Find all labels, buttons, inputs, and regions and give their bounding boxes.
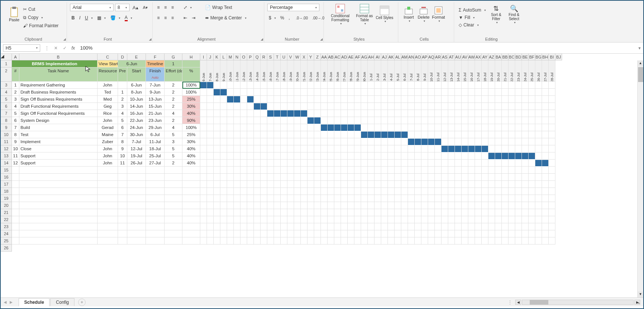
cell[interactable] — [12, 223, 19, 230]
cell[interactable] — [214, 209, 220, 216]
cell[interactable] — [267, 209, 274, 216]
cell[interactable]: 24-Jun — [321, 60, 328, 82]
cell[interactable] — [207, 223, 214, 230]
cell[interactable] — [348, 96, 354, 103]
cell[interactable] — [146, 223, 165, 230]
cell[interactable] — [482, 89, 488, 96]
cell[interactable]: 15-Jul — [462, 60, 468, 82]
cell[interactable] — [475, 202, 482, 209]
cell[interactable] — [98, 209, 118, 216]
cell[interactable] — [348, 89, 354, 96]
cell[interactable] — [247, 82, 254, 89]
cell[interactable] — [549, 89, 555, 96]
cell[interactable] — [328, 145, 334, 152]
cell[interactable] — [227, 209, 234, 216]
cell[interactable] — [301, 230, 307, 237]
cell[interactable] — [214, 124, 220, 131]
cell[interactable] — [341, 195, 348, 202]
cell[interactable] — [254, 209, 261, 216]
cell[interactable] — [415, 103, 421, 110]
cell[interactable] — [482, 110, 488, 117]
cell[interactable] — [220, 174, 227, 181]
cell[interactable]: 22-Jun — [127, 117, 146, 124]
cell[interactable] — [421, 195, 428, 202]
cell[interactable] — [542, 131, 549, 138]
cell[interactable] — [328, 237, 334, 245]
cell[interactable] — [522, 181, 529, 188]
fx-icon[interactable]: fx — [69, 45, 77, 51]
cell[interactable] — [182, 188, 200, 195]
cell[interactable] — [441, 82, 448, 89]
cell[interactable] — [401, 223, 408, 230]
cell[interactable] — [395, 152, 401, 160]
cell[interactable] — [475, 82, 482, 89]
cell[interactable] — [254, 131, 261, 138]
cell[interactable]: 4 — [12, 103, 19, 110]
cell[interactable] — [294, 160, 301, 167]
cell[interactable] — [462, 96, 468, 103]
find-select-button[interactable]: 🔍 Find & Select▾ — [505, 2, 523, 26]
cell[interactable] — [328, 110, 334, 117]
cell[interactable] — [455, 209, 462, 216]
cell[interactable] — [287, 131, 294, 138]
cell[interactable] — [281, 216, 287, 223]
cell[interactable] — [495, 195, 502, 202]
cell[interactable] — [502, 110, 508, 117]
cell[interactable] — [261, 145, 267, 152]
row-header[interactable]: 15 — [1, 167, 12, 174]
cell[interactable] — [307, 167, 314, 174]
cell[interactable] — [274, 188, 281, 195]
cell[interactable] — [435, 237, 441, 245]
cell[interactable] — [529, 216, 535, 223]
cell[interactable] — [435, 195, 441, 202]
cell[interactable] — [401, 174, 408, 181]
cell[interactable] — [227, 223, 234, 230]
hscroll-thumb[interactable] — [530, 300, 548, 305]
cell[interactable] — [475, 223, 482, 230]
cell[interactable]: 19-Jun — [287, 60, 294, 82]
cell[interactable] — [381, 117, 388, 124]
cell[interactable] — [381, 152, 388, 160]
cell[interactable] — [354, 96, 361, 103]
column-header[interactable]: AB — [328, 54, 334, 60]
cell[interactable] — [395, 117, 401, 124]
cell[interactable] — [214, 145, 220, 152]
cell[interactable] — [254, 82, 261, 89]
cell[interactable] — [415, 237, 421, 245]
cell[interactable] — [207, 167, 214, 174]
cell[interactable] — [247, 223, 254, 230]
cell[interactable] — [361, 230, 368, 237]
cell[interactable] — [240, 195, 247, 202]
cell[interactable] — [502, 216, 508, 223]
cell[interactable]: 22-Jun — [307, 60, 314, 82]
cell[interactable] — [448, 103, 455, 110]
cell[interactable]: 11 — [118, 160, 127, 167]
cell[interactable] — [542, 124, 549, 131]
cell[interactable] — [348, 237, 354, 245]
cell[interactable] — [529, 174, 535, 181]
cell[interactable] — [214, 160, 220, 167]
cell[interactable] — [374, 89, 381, 96]
cell[interactable] — [435, 145, 441, 152]
cell[interactable]: 8 — [118, 138, 127, 145]
cell[interactable] — [495, 167, 502, 174]
cell[interactable] — [214, 138, 220, 145]
cell[interactable] — [549, 167, 555, 174]
cell[interactable] — [529, 96, 535, 103]
currency-button[interactable]: $▾ — [267, 15, 277, 21]
cell[interactable] — [321, 174, 328, 181]
column-header[interactable]: BJ — [555, 54, 562, 60]
cell[interactable] — [307, 138, 314, 145]
cell[interactable] — [234, 181, 240, 188]
cell[interactable] — [415, 223, 421, 230]
cell[interactable] — [234, 152, 240, 160]
cell[interactable] — [455, 145, 462, 152]
cell[interactable] — [488, 96, 495, 103]
cell[interactable] — [428, 174, 435, 181]
cell[interactable] — [475, 209, 482, 216]
column-header[interactable]: N — [234, 54, 240, 60]
cell[interactable] — [482, 230, 488, 237]
cell[interactable] — [301, 117, 307, 124]
cell[interactable] — [522, 237, 529, 245]
cell[interactable] — [200, 209, 207, 216]
